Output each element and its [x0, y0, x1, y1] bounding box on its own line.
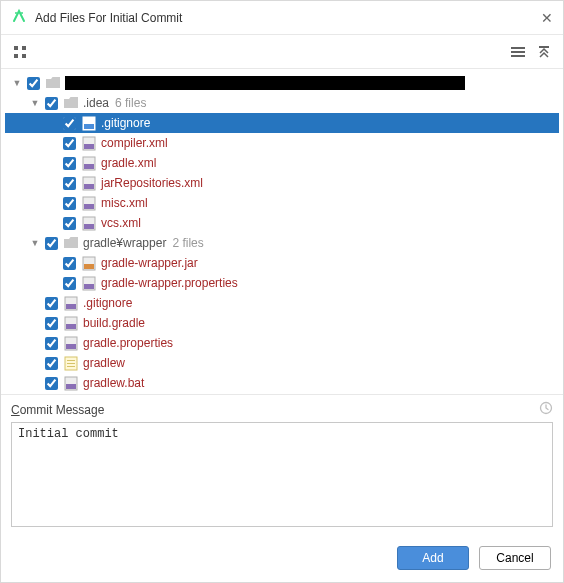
- file-checkbox[interactable]: [45, 377, 58, 390]
- xml-icon: [81, 215, 97, 231]
- file-name: vcs.xml: [101, 216, 141, 230]
- tree-row-gradlewbat[interactable]: gradlew.bat: [5, 373, 559, 393]
- file-checkbox[interactable]: [63, 117, 76, 130]
- commit-header: Commit Message: [11, 401, 553, 418]
- dir-icon: [63, 95, 79, 111]
- cancel-button[interactable]: Cancel: [479, 546, 551, 570]
- svg-point-0: [15, 12, 17, 14]
- tree-row-gw-jar[interactable]: gradle-wrapper.jar: [5, 253, 559, 273]
- dir-icon: [45, 75, 61, 91]
- diff-icon[interactable]: [11, 43, 29, 61]
- file-name: build.gradle: [83, 316, 145, 330]
- svg-rect-3: [22, 46, 26, 50]
- svg-point-1: [21, 12, 23, 14]
- file-name: gradle-wrapper.properties: [101, 276, 238, 290]
- expand-all-icon[interactable]: [535, 43, 553, 61]
- redacted-root-path: ■: [65, 76, 465, 90]
- tree-row-vcs[interactable]: vcs.xml: [5, 213, 559, 233]
- commit-section: Commit Message: [1, 395, 563, 538]
- svg-rect-7: [511, 51, 525, 53]
- tree-row-gradlew[interactable]: gradlew: [5, 353, 559, 373]
- xml-icon: [81, 275, 97, 291]
- xml-icon: [81, 195, 97, 211]
- file-checkbox[interactable]: [45, 97, 58, 110]
- xml-icon: [81, 135, 97, 151]
- svg-rect-35: [67, 366, 75, 367]
- expander-icon[interactable]: ▼: [11, 78, 23, 88]
- file-checkbox[interactable]: [45, 297, 58, 310]
- tree-row-idea[interactable]: ▼.idea6 files: [5, 93, 559, 113]
- group-by-icon[interactable]: [509, 43, 527, 61]
- file-name: gradle.xml: [101, 156, 156, 170]
- tree-row-buildgradle[interactable]: build.gradle: [5, 313, 559, 333]
- xml-icon: [81, 115, 97, 131]
- file-name: gradle¥wrapper: [83, 236, 166, 250]
- file-checkbox[interactable]: [63, 277, 76, 290]
- history-icon[interactable]: [539, 401, 553, 418]
- file-checkbox[interactable]: [63, 197, 76, 210]
- file-checkbox[interactable]: [63, 217, 76, 230]
- svg-rect-34: [67, 363, 75, 364]
- file-checkbox[interactable]: [45, 237, 58, 250]
- dir-icon: [63, 235, 79, 251]
- file-name: gradle-wrapper.jar: [101, 256, 198, 270]
- svg-rect-8: [511, 55, 525, 57]
- file-checkbox[interactable]: [63, 257, 76, 270]
- file-name: compiler.xml: [101, 136, 168, 150]
- xml-icon: [63, 315, 79, 331]
- file-checkbox[interactable]: [27, 77, 40, 90]
- file-count: 6 files: [115, 96, 146, 110]
- file-name: misc.xml: [101, 196, 148, 210]
- tree-row-gitignore-root[interactable]: .gitignore: [5, 293, 559, 313]
- xml-icon: [63, 375, 79, 391]
- file-checkbox[interactable]: [45, 337, 58, 350]
- file-checkbox[interactable]: [63, 137, 76, 150]
- tree-row-gitignore-idea[interactable]: .gitignore: [5, 113, 559, 133]
- expander-icon[interactable]: ▼: [29, 98, 41, 108]
- tree-row-jarrepo[interactable]: jarRepositories.xml: [5, 173, 559, 193]
- file-count: 2 files: [172, 236, 203, 250]
- file-checkbox[interactable]: [45, 317, 58, 330]
- tree-row-compiler[interactable]: compiler.xml: [5, 133, 559, 153]
- svg-rect-37: [66, 384, 76, 389]
- tree-row-root[interactable]: ▼■: [5, 73, 559, 93]
- xml-icon: [81, 155, 97, 171]
- file-tree[interactable]: ▼■▼.idea6 files.gitignorecompiler.xmlgra…: [1, 69, 563, 395]
- xml-icon: [81, 175, 97, 191]
- svg-rect-9: [539, 46, 549, 48]
- svg-rect-5: [22, 54, 26, 58]
- file-checkbox[interactable]: [45, 357, 58, 370]
- title-bar: Add Files For Initial Commit ✕: [1, 1, 563, 35]
- android-studio-icon: [11, 8, 27, 27]
- xml-icon: [63, 335, 79, 351]
- close-icon[interactable]: ✕: [541, 10, 553, 26]
- tree-row-gradleprops[interactable]: gradle.properties: [5, 333, 559, 353]
- add-button[interactable]: Add: [397, 546, 469, 570]
- generic-icon: [63, 355, 79, 371]
- svg-rect-29: [66, 324, 76, 329]
- svg-rect-2: [14, 46, 18, 50]
- file-checkbox[interactable]: [63, 157, 76, 170]
- svg-rect-25: [84, 284, 94, 289]
- file-name: jarRepositories.xml: [101, 176, 203, 190]
- svg-rect-4: [14, 54, 18, 58]
- svg-rect-11: [84, 124, 94, 129]
- svg-rect-17: [84, 184, 94, 189]
- dialog-buttons: Add Cancel: [1, 538, 563, 582]
- svg-rect-15: [84, 164, 94, 169]
- tree-row-gradlexml[interactable]: gradle.xml: [5, 153, 559, 173]
- file-name: .idea: [83, 96, 109, 110]
- file-name: gradle.properties: [83, 336, 173, 350]
- expander-icon[interactable]: ▼: [29, 238, 41, 248]
- file-checkbox[interactable]: [63, 177, 76, 190]
- tree-row-gw-prop[interactable]: gradle-wrapper.properties: [5, 273, 559, 293]
- xml-icon: [63, 295, 79, 311]
- commit-message-input[interactable]: [11, 422, 553, 527]
- svg-rect-19: [84, 204, 94, 209]
- file-name: .gitignore: [101, 116, 150, 130]
- tree-row-misc[interactable]: misc.xml: [5, 193, 559, 213]
- svg-rect-6: [511, 47, 525, 49]
- tree-row-gradlewrapper[interactable]: ▼gradle¥wrapper2 files: [5, 233, 559, 253]
- jar-icon: [81, 255, 97, 271]
- svg-rect-13: [84, 144, 94, 149]
